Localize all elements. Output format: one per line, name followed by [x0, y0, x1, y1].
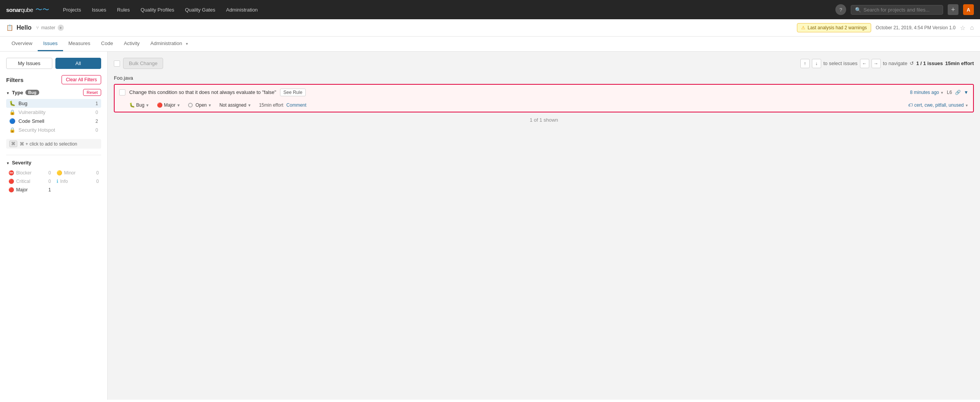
link-icon[interactable]: 🔗 — [955, 90, 961, 95]
issue-card-inner: Change this condition so that it does no… — [115, 85, 973, 112]
filter-icon[interactable]: ▼ — [964, 90, 968, 95]
avatar[interactable]: A — [963, 4, 974, 15]
issue-card: Change this condition so that it does no… — [114, 84, 974, 112]
type-reset-button[interactable]: Reset — [83, 89, 101, 96]
issue-title: Change this condition so that it does no… — [129, 89, 906, 96]
security-hotspot-icon: 🔒 — [9, 127, 15, 133]
sidebar: My Issues All Filters Clear All Filters … — [0, 52, 108, 400]
nav-down-button[interactable]: ↓ — [812, 59, 821, 68]
clear-all-filters-button[interactable]: Clear All Filters — [62, 75, 101, 84]
issue-assigned-tag[interactable]: Not assigned ▼ — [219, 102, 251, 108]
nav-administration[interactable]: Administration — [222, 0, 262, 19]
circle-smile-icon: 🔵 — [9, 118, 15, 124]
severity-critical-label: Critical — [16, 179, 48, 184]
filter-item-vulnerability[interactable]: 🔒 Vulnerability 0 — [6, 108, 101, 117]
warning-badge[interactable]: ⚠ Last analysis had 2 warnings — [797, 23, 871, 32]
severity-major[interactable]: 🔴 Major 1 — [6, 186, 53, 194]
filters-title: Filters — [6, 77, 23, 83]
tags-text[interactable]: cert, cwe, pitfall, unused ▼ — [914, 102, 968, 108]
nav-up-button[interactable]: ↑ — [800, 59, 810, 68]
status-circle-icon — [188, 103, 193, 107]
severity-col-2: 🟡 Minor 0 ℹ Info 0 — [54, 169, 102, 194]
project-meta: October 21, 2019, 4:54 PM Version 1.0 — [876, 25, 955, 30]
select-all-checkbox[interactable] — [114, 60, 120, 67]
nav-quality-gates[interactable]: Quality Gates — [180, 0, 220, 19]
type-arrow-icon: ▼ — [145, 103, 149, 107]
severity-chevron-icon — [6, 160, 10, 166]
severity-minor-count: 0 — [96, 170, 99, 176]
filter-item-vulnerability-label: Vulnerability — [18, 109, 95, 115]
tab-administration[interactable]: Administration — [145, 37, 194, 51]
nav-quality-profiles[interactable]: Quality Profiles — [136, 0, 179, 19]
issue-severity-tag[interactable]: 🔴 Major ▼ — [157, 102, 180, 108]
severity-info[interactable]: ℹ Info 0 — [54, 177, 102, 186]
bulk-change-button[interactable]: Bulk Change — [123, 58, 163, 69]
nav-projects[interactable]: Projects — [58, 0, 86, 19]
type-filter-title[interactable]: Type Bug — [6, 90, 39, 95]
nav-next-button[interactable]: → — [872, 59, 881, 68]
branch-icon: ⑂ — [36, 25, 39, 30]
help-button[interactable]: ? — [835, 4, 846, 15]
filter-item-code-smell[interactable]: 🔵 Code Smell 2 — [6, 117, 101, 126]
severity-blocker[interactable]: ⛔ Blocker 0 — [6, 169, 53, 177]
issue-major-icon: 🔴 — [157, 102, 163, 108]
issue-checkbox[interactable] — [119, 89, 125, 95]
logo-text: sonarqube — [6, 7, 33, 13]
tab-measures[interactable]: Measures — [63, 37, 96, 51]
project-icon: 📋 — [6, 24, 13, 31]
severity-blocker-count: 0 — [48, 170, 51, 176]
blocker-icon: ⛔ — [8, 170, 14, 176]
severity-minor[interactable]: 🟡 Minor 0 — [54, 169, 102, 177]
type-filter-badge: Bug — [25, 90, 39, 95]
see-rule-button[interactable]: See Rule — [280, 89, 306, 96]
search-input[interactable] — [863, 7, 939, 13]
bug-icon: 🐛 — [9, 100, 15, 106]
search-box[interactable]: 🔍 — [851, 5, 943, 15]
warning-icon: ⚠ — [801, 25, 805, 30]
tags-arrow-icon: ▼ — [965, 104, 968, 107]
issue-title-text: Change this condition so that it does no… — [129, 89, 276, 95]
branch-info: ⑂ master + — [36, 25, 64, 31]
issue-status-tag[interactable]: Open ▼ — [188, 102, 212, 108]
issue-main-row: Change this condition so that it does no… — [115, 85, 973, 100]
tab-issues[interactable]: Issues — [38, 37, 63, 51]
issue-comment-button[interactable]: Comment — [287, 102, 307, 108]
filter-divider — [6, 155, 101, 155]
issues-toolbar: Bulk Change ↑ ↓ to select issues ← → to … — [114, 58, 974, 69]
assigned-arrow-icon: ▼ — [248, 103, 252, 107]
type-filter-section: Type Bug Reset 🐛 Bug 1 🔒 Vulnerability 0… — [6, 89, 101, 149]
refresh-icon[interactable]: ↺ — [910, 60, 914, 66]
severity-filter-section: Severity ⛔ Blocker 0 🔴 Critical 0 — [6, 160, 101, 194]
tab-overview[interactable]: Overview — [6, 37, 38, 51]
issue-location: L6 — [947, 90, 952, 95]
logo[interactable]: sonarqube 〜〜 — [6, 5, 49, 14]
nav-rules[interactable]: Rules — [112, 0, 134, 19]
filter-item-bug-count: 1 — [95, 101, 98, 106]
tab-code[interactable]: Code — [96, 37, 118, 51]
severity-filter-title[interactable]: Severity — [6, 160, 32, 166]
add-button[interactable]: + — [948, 4, 958, 15]
cmd-hint: ⌘ ⌘ + click to add to selection — [6, 139, 101, 149]
severity-info-label: Info — [60, 179, 97, 184]
severity-critical-count: 0 — [48, 179, 51, 184]
filter-item-bug[interactable]: 🐛 Bug 1 — [6, 99, 101, 108]
issue-effort: 15min effort — [259, 102, 283, 108]
all-issues-button[interactable]: All — [55, 58, 102, 69]
filter-item-security-hotspot[interactable]: 🔒 Security Hotspot 0 — [6, 126, 101, 134]
tag-label-icon: 🏷 — [908, 102, 913, 108]
add-branch-button[interactable]: + — [58, 25, 64, 31]
star-icon[interactable]: ☆ — [960, 24, 965, 32]
severity-critical[interactable]: 🔴 Critical 0 — [6, 177, 53, 186]
home-icon[interactable]: ⌂ — [970, 24, 974, 31]
tab-activity[interactable]: Activity — [118, 37, 145, 51]
nav-issues[interactable]: Issues — [87, 0, 111, 19]
nav-prev-button[interactable]: ← — [860, 59, 869, 68]
issue-meta-right: 8 minutes ago ▼ L6 🔗 ▼ — [910, 90, 968, 95]
my-issues-button[interactable]: My Issues — [6, 58, 52, 69]
filters-header: Filters Clear All Filters — [6, 75, 101, 84]
issue-type-tag[interactable]: 🐛 Bug ▼ — [129, 102, 149, 108]
project-header: 📋 Hello ⑂ master + ⚠ Last analysis had 2… — [0, 19, 980, 37]
search-icon: 🔍 — [855, 7, 861, 13]
warning-text: Last analysis had 2 warnings — [808, 25, 867, 30]
branch-name[interactable]: master — [41, 25, 55, 30]
